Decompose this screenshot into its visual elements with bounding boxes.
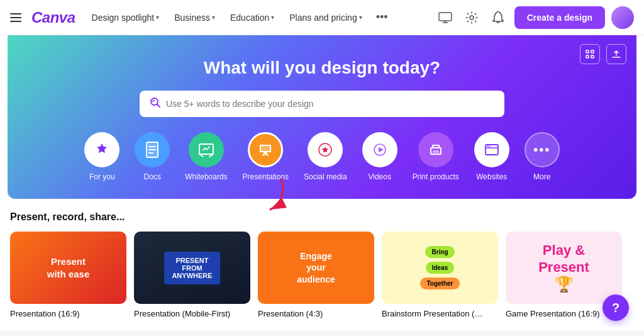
search-icon <box>150 97 161 111</box>
chip-together: Together <box>420 277 459 289</box>
svg-rect-7 <box>591 55 594 58</box>
chip-bring: Bring <box>425 246 454 258</box>
websites-label: Websites <box>476 172 507 181</box>
thumb-text-3: Engageyouraudience <box>297 250 335 285</box>
upload-icon[interactable] <box>606 44 626 64</box>
hero-top-icons <box>580 44 626 64</box>
svg-point-25 <box>489 146 490 147</box>
social-icon-circle <box>308 132 343 167</box>
chevron-down-icon: ▾ <box>359 14 362 21</box>
category-print[interactable]: Print products <box>413 132 459 181</box>
card-thumbnail-1: Presentwith ease <box>10 232 126 304</box>
svg-rect-0 <box>439 13 452 21</box>
category-docs[interactable]: Docs <box>135 132 170 181</box>
svg-rect-4 <box>586 50 589 53</box>
search-input[interactable] <box>166 99 494 109</box>
create-design-button[interactable]: Create a design <box>514 6 605 29</box>
category-grid: For you Docs Whiteboards P <box>23 132 621 181</box>
more-icon-circle: ••• <box>525 132 560 167</box>
svg-point-3 <box>470 16 474 20</box>
presentations-icon-circle <box>248 132 283 167</box>
monitor-icon[interactable] <box>435 8 455 28</box>
nav-education[interactable]: Education ▾ <box>224 9 280 26</box>
logo[interactable]: Canva <box>31 9 75 26</box>
header-right: Create a design <box>435 6 634 29</box>
main-content: Present, record, share... Presentwith ea… <box>0 199 644 331</box>
svg-rect-6 <box>586 55 589 58</box>
header: Canva Design spotlight ▾ Business ▾ Educ… <box>0 0 644 35</box>
frame-icon[interactable] <box>580 44 600 64</box>
nav-plans-pricing[interactable]: Plans and pricing ▾ <box>283 9 368 26</box>
presentation-card-2[interactable]: PRESENTFROMANYWHERE Presentation (Mobile… <box>134 232 250 318</box>
category-foryou[interactable]: For you <box>84 132 119 181</box>
card-thumbnail-3: Engageyouraudience <box>258 232 374 304</box>
print-label: Print products <box>413 172 459 181</box>
foryou-label: For you <box>89 172 115 181</box>
category-websites[interactable]: Websites <box>474 132 509 181</box>
hamburger-menu[interactable] <box>10 13 21 22</box>
foryou-icon-circle <box>84 132 119 167</box>
notifications-icon[interactable] <box>488 8 508 28</box>
more-label: More <box>533 172 550 181</box>
svg-point-8 <box>151 98 158 105</box>
hero-banner: What will you design today? For you Docs <box>8 35 636 199</box>
videos-icon-circle <box>362 132 397 167</box>
main-nav: Design spotlight ▾ Business ▾ Education … <box>86 7 393 28</box>
print-icon-circle <box>418 132 453 167</box>
thumb-text-2: PRESENTFROMANYWHERE <box>164 252 219 284</box>
svg-point-24 <box>487 146 488 147</box>
avatar[interactable] <box>611 6 634 29</box>
chevron-down-icon: ▾ <box>156 14 159 21</box>
card-label-1: Presentation (16:9) <box>10 309 126 318</box>
help-button[interactable]: ? <box>602 294 629 321</box>
svg-rect-21 <box>433 150 439 153</box>
card-thumbnail-4: Bring Ideas Together <box>382 232 498 304</box>
category-whiteboards[interactable]: Whiteboards <box>185 132 227 181</box>
videos-label: Videos <box>368 172 391 181</box>
presentation-card-3[interactable]: Engageyouraudience Presentation (4:3) <box>258 232 374 318</box>
category-social[interactable]: Social media <box>304 132 347 181</box>
card-label-4: Brainstorm Presentation (… <box>382 309 498 318</box>
presentations-label: Presentations <box>243 172 289 181</box>
settings-icon[interactable] <box>462 8 482 28</box>
nav-design-spotlight[interactable]: Design spotlight ▾ <box>86 9 166 26</box>
nav-business[interactable]: Business ▾ <box>168 9 221 26</box>
chevron-down-icon: ▾ <box>271 14 274 21</box>
presentation-card-1[interactable]: Presentwith ease Presentation (16:9) <box>10 232 126 318</box>
docs-icon-circle <box>135 132 170 167</box>
category-more[interactable]: ••• More <box>525 132 560 181</box>
social-label: Social media <box>304 172 347 181</box>
chevron-down-icon: ▾ <box>212 14 215 21</box>
svg-marker-19 <box>379 147 384 152</box>
svg-rect-5 <box>591 50 594 53</box>
presentation-card-4[interactable]: Bring Ideas Together Brainstorm Presenta… <box>382 232 498 318</box>
card-label-3: Presentation (4:3) <box>258 309 374 318</box>
whiteboards-label: Whiteboards <box>185 172 227 181</box>
hero-title: What will you design today? <box>23 58 621 78</box>
card-grid: Presentwith ease Presentation (16:9) PRE… <box>10 232 634 318</box>
card-thumbnail-2: PRESENTFROMANYWHERE <box>134 232 250 304</box>
section-title: Present, record, share... <box>10 211 634 223</box>
card-label-2: Presentation (Mobile-First) <box>134 309 250 318</box>
thumb-text-5: Play &Present 🏆 <box>538 242 589 293</box>
header-left: Canva Design spotlight ▾ Business ▾ Educ… <box>10 7 393 28</box>
chip-ideas: Ideas <box>426 262 455 274</box>
category-presentations[interactable]: Presentations <box>243 132 289 181</box>
whiteboards-icon-circle <box>189 132 224 167</box>
card-thumbnail-5: Play &Present 🏆 <box>506 232 622 304</box>
thumb-text-1: Presentwith ease <box>41 249 96 286</box>
websites-icon-circle <box>474 132 509 167</box>
nav-more-icon[interactable]: ••• <box>371 7 393 28</box>
category-videos[interactable]: Videos <box>362 132 397 181</box>
docs-label: Docs <box>144 172 161 181</box>
search-bar[interactable] <box>140 91 504 117</box>
